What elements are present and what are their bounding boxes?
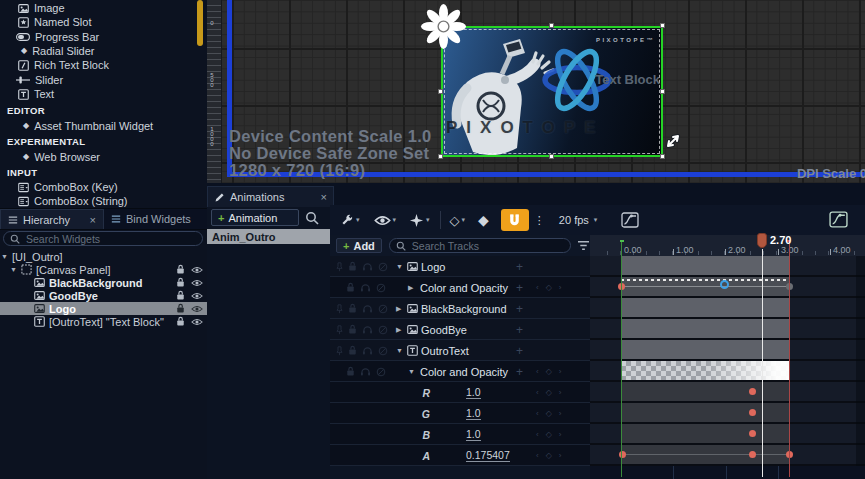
- keyframe[interactable]: [749, 409, 756, 416]
- add-keyframe-icon[interactable]: ◇: [546, 367, 552, 376]
- palette-item-combobox-key[interactable]: ComboBox (Key): [0, 180, 214, 194]
- lane-goodbye[interactable]: [590, 319, 865, 340]
- playhead-marker[interactable]: [757, 233, 767, 248]
- track-section-bar[interactable]: [621, 319, 789, 338]
- lane-channel-b[interactable]: [590, 424, 865, 445]
- eye-icon[interactable]: [191, 279, 203, 287]
- playback-end-line[interactable]: [789, 240, 790, 477]
- palette-scrollbar[interactable]: [197, 0, 203, 46]
- palette-item-combobox-string[interactable]: ComboBox (String): [0, 194, 214, 208]
- pin-icon[interactable]: [336, 325, 343, 335]
- chevron-right-icon[interactable]: ▶: [408, 284, 413, 291]
- add-animation-button[interactable]: + Animation: [211, 209, 299, 226]
- next-key-icon[interactable]: ›: [559, 409, 562, 418]
- solo-icon[interactable]: [360, 283, 371, 292]
- solo-icon[interactable]: [362, 325, 373, 334]
- next-key-icon[interactable]: ›: [559, 367, 562, 376]
- palette-item-web-browser[interactable]: ◆Web Browser: [0, 150, 219, 164]
- palette-section-experimental[interactable]: EXPERIMENTAL: [0, 134, 203, 148]
- resize-handle-br[interactable]: [660, 154, 665, 159]
- keying-options-button[interactable]: ▾: [409, 213, 430, 228]
- track-search[interactable]: [389, 238, 571, 253]
- tree-row-goodbye[interactable]: GoodBye: [0, 289, 207, 302]
- track-row-logo[interactable]: ▼ Logo +: [330, 256, 590, 277]
- mute-icon[interactable]: [376, 367, 386, 377]
- search-tracks-input[interactable]: [410, 239, 564, 253]
- palette-item-asset-thumbnail[interactable]: ◆Asset Thumbnail Widget: [0, 119, 219, 133]
- tab-animations[interactable]: Animations ×: [207, 186, 334, 207]
- hierarchy-search[interactable]: [3, 231, 203, 246]
- prev-key-icon[interactable]: ‹: [536, 451, 539, 460]
- track-row-goodbye[interactable]: ▶ GoodBye +: [330, 319, 590, 340]
- tab-bind-widgets[interactable]: Bind Widgets: [104, 209, 207, 229]
- chevron-right-icon[interactable]: ▶: [396, 305, 401, 312]
- resize-handle-tm[interactable]: [549, 23, 554, 28]
- tree-row-outrotext[interactable]: [OutroText] "Text Block": [0, 315, 207, 328]
- prev-key-icon[interactable]: ‹: [536, 367, 539, 376]
- lane-channel-r[interactable]: [590, 382, 865, 403]
- resize-handle-rm[interactable]: [660, 89, 665, 94]
- lock-icon[interactable]: [346, 366, 355, 377]
- palette-item-slider[interactable]: Slider: [0, 73, 212, 87]
- palette-item-text[interactable]: Text: [0, 87, 214, 101]
- lock-icon[interactable]: [176, 264, 185, 275]
- add-keyframe-icon[interactable]: ◇: [546, 451, 552, 460]
- lock-icon[interactable]: [176, 290, 185, 301]
- palette-section-editor[interactable]: EDITOR: [0, 103, 203, 117]
- mute-icon[interactable]: [376, 283, 386, 293]
- snapping-toggle-button[interactable]: [501, 209, 529, 231]
- curve-editor-button[interactable]: [621, 212, 639, 228]
- eye-icon[interactable]: [191, 266, 203, 274]
- timeline-scrollbar-gutter[interactable]: [856, 256, 865, 466]
- tree-row-logo-selected[interactable]: Logo: [0, 302, 207, 315]
- mute-icon[interactable]: [378, 346, 388, 356]
- track-row-outrotext[interactable]: ▼ OutroText +: [330, 340, 590, 361]
- chevron-right-icon[interactable]: ▶: [396, 326, 401, 333]
- prev-key-icon[interactable]: ‹: [536, 283, 539, 292]
- save-settings-button[interactable]: ▾: [340, 213, 360, 227]
- channel-value-field[interactable]: 1.0: [466, 387, 481, 399]
- lock-icon[interactable]: [348, 261, 357, 272]
- channel-value-field[interactable]: 1.0: [466, 429, 481, 441]
- eye-icon[interactable]: [191, 318, 203, 326]
- close-icon[interactable]: ×: [90, 214, 96, 226]
- lock-icon[interactable]: [346, 282, 355, 293]
- filter-icon[interactable]: [577, 240, 590, 251]
- lock-icon[interactable]: [176, 303, 185, 314]
- close-icon[interactable]: ×: [321, 191, 327, 203]
- chevron-down-icon[interactable]: ▼: [1, 253, 8, 260]
- playback-start-bracket[interactable]: [620, 240, 624, 242]
- snapping-options-icon[interactable]: ⋮: [534, 214, 545, 227]
- next-key-icon[interactable]: ›: [559, 430, 562, 439]
- add-track-button[interactable]: + Add: [336, 238, 382, 253]
- channel-value-field[interactable]: 1.0: [466, 408, 481, 420]
- palette-item-named-slot[interactable]: Named Slot: [0, 15, 214, 29]
- add-section-icon[interactable]: +: [516, 256, 523, 277]
- tab-hierarchy[interactable]: Hierarchy ×: [0, 209, 104, 229]
- eye-icon[interactable]: [191, 292, 203, 300]
- resize-handle-bl[interactable]: [438, 154, 443, 159]
- keyframe-selected[interactable]: [720, 280, 729, 289]
- auto-key-button[interactable]: ◆: [478, 212, 489, 228]
- track-row-logo-color-opacity[interactable]: ▶ Color and Opacity + ‹◇›: [330, 277, 590, 298]
- mute-icon[interactable]: [378, 325, 388, 335]
- search-widgets-input[interactable]: [24, 232, 196, 246]
- channel-row-a[interactable]: A 0.175407 ‹◇›: [330, 445, 590, 466]
- add-keyframe-icon[interactable]: ◇: [546, 283, 552, 292]
- add-section-icon[interactable]: +: [516, 298, 523, 319]
- palette-item-image[interactable]: Image: [0, 1, 214, 15]
- track-row-blackbackground[interactable]: ▶ BlackBackground +: [330, 298, 590, 319]
- lock-icon[interactable]: [348, 324, 357, 335]
- add-keyframe-icon[interactable]: ◇: [546, 409, 552, 418]
- designer-viewport[interactable]: 0 500 1000 Device Content Scale 1.0 No D…: [207, 0, 865, 183]
- next-key-icon[interactable]: ›: [559, 283, 562, 292]
- pin-icon[interactable]: [336, 346, 343, 356]
- channel-row-r[interactable]: R 1.0 ‹◇›: [330, 382, 590, 403]
- chevron-down-icon[interactable]: ▼: [396, 263, 403, 270]
- playhead-line[interactable]: [762, 249, 763, 477]
- lock-icon[interactable]: [176, 277, 185, 288]
- lane-channel-a[interactable]: [590, 445, 865, 466]
- chevron-down-icon[interactable]: ▼: [396, 347, 403, 354]
- timeline-range-bar[interactable]: [590, 466, 865, 479]
- prev-key-icon[interactable]: ‹: [536, 409, 539, 418]
